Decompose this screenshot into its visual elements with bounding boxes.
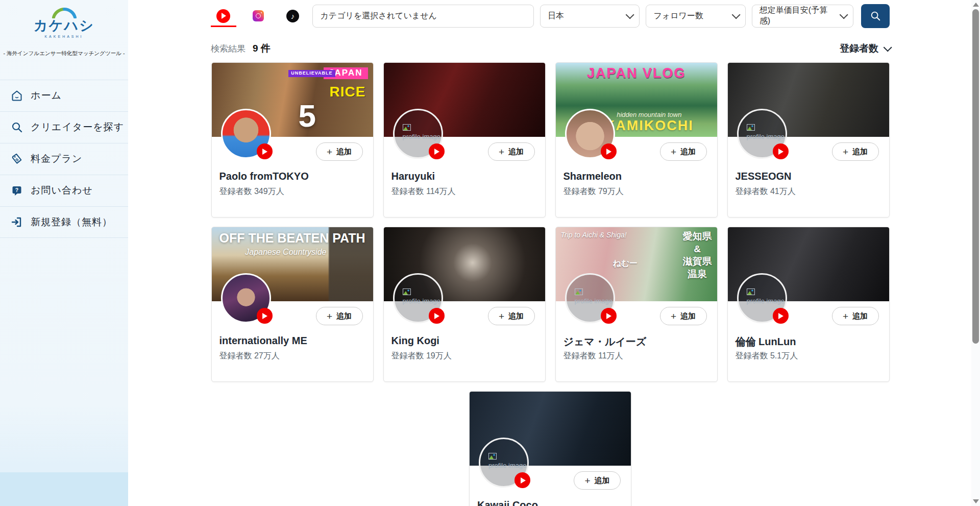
search-button[interactable] bbox=[861, 4, 890, 28]
youtube-play-icon bbox=[429, 143, 445, 159]
youtube-play-icon bbox=[601, 143, 617, 159]
sidebar-item-contact[interactable]: ? お問い合わせ bbox=[0, 175, 128, 206]
thumbnail-text-overlay: Trip to Aichi & Shiga! bbox=[561, 231, 627, 239]
add-button[interactable]: + 追加 bbox=[832, 307, 879, 325]
add-button[interactable]: + 追加 bbox=[316, 307, 363, 325]
plus-icon: + bbox=[843, 311, 848, 321]
scroll-down-icon[interactable] bbox=[973, 499, 979, 503]
thumbnail-text-overlay: 5 bbox=[299, 99, 316, 133]
home-icon bbox=[10, 89, 23, 102]
scroll-up-icon[interactable] bbox=[973, 3, 979, 7]
creator-name: Paolo fromTOKYO bbox=[219, 171, 309, 182]
chevron-down-icon bbox=[731, 10, 740, 19]
thumbnail-text-overlay: ねむー bbox=[613, 259, 638, 268]
chevron-down-icon bbox=[840, 10, 848, 19]
creator-card[interactable]: profile image + 追加 JESSEOGN 登録者数 41万人 bbox=[727, 62, 890, 218]
thumbnail-text-overlay: Japanese Countryside bbox=[245, 248, 326, 257]
youtube-play-icon bbox=[257, 143, 273, 159]
youtube-icon bbox=[216, 9, 230, 23]
add-button[interactable]: + 追加 bbox=[660, 142, 707, 161]
subscriber-count: 登録者数 114万人 bbox=[391, 186, 456, 197]
price-tag-icon bbox=[10, 152, 23, 165]
country-select[interactable]: 日本 bbox=[540, 5, 640, 28]
creator-card[interactable]: profile image + 追加 倫倫 LunLun 登録者数 5.1万人 bbox=[727, 227, 890, 382]
page-scrollbar[interactable] bbox=[971, 0, 980, 506]
results-header: 検索結果 9 件 登録者数 bbox=[211, 42, 890, 55]
youtube-play-icon bbox=[514, 472, 530, 488]
search-icon bbox=[10, 121, 23, 134]
add-button[interactable]: + 追加 bbox=[660, 307, 707, 325]
creator-card[interactable]: OFF THE BEATEN PATHJapanese Countryside … bbox=[211, 227, 374, 382]
add-button[interactable]: + 追加 bbox=[316, 142, 363, 161]
sidebar-item-find-creators[interactable]: クリエイターを探す bbox=[0, 111, 128, 143]
brand-name-roman: KAKEHASHI bbox=[0, 35, 128, 38]
avatar-alt-text: profile image bbox=[403, 297, 442, 306]
creator-card[interactable]: Trip to Aichi & Shiga!ねむー愛知県 & 滋賀県 温泉 pr… bbox=[555, 227, 718, 382]
avatar-alt-text: profile image bbox=[747, 133, 786, 141]
tab-tiktok[interactable]: ♪ bbox=[280, 2, 306, 30]
results-grid: JAPAN5RICEUNBELIEVABLE + 追加 Paolo fromTO… bbox=[211, 62, 890, 506]
creator-card[interactable]: profile image + 追加 King Kogi 登録者数 19万人 bbox=[383, 227, 546, 382]
creator-name: King Kogi bbox=[391, 335, 439, 347]
main-area: ♪ 日本 フォロワー数 想定単価目安(予算感) 検索結果 9 件 bbox=[128, 0, 980, 506]
broken-image-icon bbox=[488, 453, 497, 460]
chevron-down-icon bbox=[626, 10, 634, 19]
youtube-play-icon bbox=[601, 308, 617, 324]
tab-instagram[interactable] bbox=[246, 2, 271, 30]
category-input[interactable] bbox=[312, 5, 534, 28]
plus-icon: + bbox=[671, 147, 676, 157]
add-button[interactable]: + 追加 bbox=[574, 471, 621, 490]
sidebar-menu: ホーム クリエイターを探す 料金プラン ? お問い合わせ 新規登録（無料） bbox=[0, 80, 128, 238]
brand-tagline: - 海外インフルエンサー特化型マッチングツール - bbox=[3, 50, 126, 57]
chevron-down-icon bbox=[884, 43, 892, 52]
sort-control[interactable]: 登録者数 bbox=[840, 42, 890, 55]
add-button[interactable]: + 追加 bbox=[488, 307, 535, 325]
creator-card[interactable]: profile image + 追加 Kawaii Coco bbox=[469, 391, 631, 506]
tab-youtube[interactable] bbox=[211, 2, 236, 30]
add-button[interactable]: + 追加 bbox=[832, 142, 879, 161]
question-chat-icon: ? bbox=[10, 184, 23, 197]
sidebar: カケハシ KAKEHASHI - 海外インフルエンサー特化型マッチングツール -… bbox=[0, 0, 128, 506]
broken-image-icon bbox=[403, 288, 411, 295]
youtube-play-icon bbox=[773, 308, 789, 324]
creator-card[interactable]: JAPAN VLOGhidden mountain townKAMIKOCHI … bbox=[555, 62, 718, 218]
broken-image-icon bbox=[747, 288, 755, 295]
register-login-icon bbox=[10, 215, 23, 229]
instagram-icon bbox=[253, 10, 264, 21]
avatar-alt-text: profile image bbox=[747, 297, 786, 306]
sidebar-item-home[interactable]: ホーム bbox=[0, 80, 128, 111]
add-button[interactable]: + 追加 bbox=[488, 142, 535, 161]
plus-icon: + bbox=[327, 311, 332, 321]
creator-name: ジェマ・ルイーズ bbox=[564, 335, 647, 349]
creator-name: Sharmeleon bbox=[564, 171, 622, 182]
broken-image-icon bbox=[575, 288, 583, 295]
brand-name: カケハシ bbox=[0, 18, 128, 34]
avatar-alt-text: profile image bbox=[403, 133, 442, 141]
search-icon bbox=[870, 10, 881, 21]
budget-select[interactable]: 想定単価目安(予算感) bbox=[752, 5, 853, 28]
thumbnail-text-overlay: OFF THE BEATEN PATH bbox=[219, 231, 365, 246]
scrollbar-thumb[interactable] bbox=[972, 9, 979, 344]
sidebar-item-pricing[interactable]: 料金プラン bbox=[0, 143, 128, 175]
subscriber-count: 登録者数 11万人 bbox=[564, 351, 623, 362]
subscriber-count: 登録者数 79万人 bbox=[564, 186, 624, 197]
avatar-alt-text: profile image bbox=[575, 297, 614, 306]
subscriber-count: 登録者数 5.1万人 bbox=[736, 351, 798, 362]
subscriber-count: 登録者数 19万人 bbox=[391, 351, 452, 362]
creator-card[interactable]: profile image + 追加 Haruyuki 登録者数 114万人 bbox=[383, 62, 546, 218]
subscriber-count: 登録者数 349万人 bbox=[219, 186, 284, 197]
thumbnail-text-overlay: hidden mountain town bbox=[617, 111, 681, 118]
plus-icon: + bbox=[327, 147, 332, 157]
broken-image-icon bbox=[747, 124, 755, 131]
creator-name: Kawaii Coco bbox=[477, 499, 538, 506]
thumbnail-text-overlay: RICE bbox=[330, 84, 366, 100]
creator-card[interactable]: JAPAN5RICEUNBELIEVABLE + 追加 Paolo fromTO… bbox=[211, 62, 374, 218]
thumbnail-text-overlay: KAMIKOCHI bbox=[605, 118, 694, 134]
sidebar-item-register[interactable]: 新規登録（無料） bbox=[0, 206, 128, 238]
broken-image-icon bbox=[403, 124, 411, 131]
brand-logo[interactable]: カケハシ KAKEHASHI bbox=[0, 0, 128, 38]
tiktok-icon: ♪ bbox=[286, 10, 299, 22]
youtube-play-icon bbox=[429, 308, 445, 324]
follower-count-select[interactable]: フォロワー数 bbox=[646, 5, 745, 28]
thumbnail-text-overlay: JAPAN VLOG bbox=[587, 66, 686, 81]
